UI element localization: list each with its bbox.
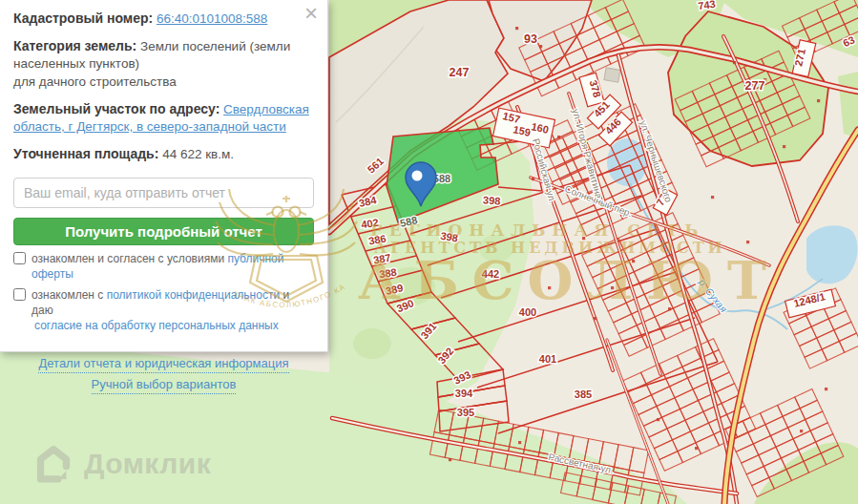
manual-selection-link[interactable]: Ручной выбор вариантов (92, 376, 237, 394)
area-value: 44 622 кв.м. (162, 147, 234, 161)
personal-data-consent-link[interactable]: согласие на обработку персональных данны… (34, 319, 279, 332)
category-extra: для дачного строительства (13, 74, 314, 91)
privacy-policy-link[interactable]: политикой конфиденциальности (107, 288, 280, 302)
parcel-label: 400 (519, 306, 536, 318)
offer-checkbox-row: ознакомлен и согласен с условиями публич… (13, 251, 314, 282)
email-input[interactable] (13, 178, 314, 208)
parcel-label: 247 (450, 66, 470, 79)
address-label: Земельный участок по адресу: (13, 101, 220, 116)
category-row: Категория земель: Земли поселений (земли… (13, 37, 314, 91)
area-row: Уточненная площадь: 44 622 кв.м. (13, 145, 314, 163)
parcel-label: 442 (482, 268, 499, 280)
parcel-label: 402 (361, 217, 380, 230)
parcel-label: 398 (483, 194, 501, 206)
offer-checkbox[interactable] (13, 252, 26, 264)
privacy-checkbox-row: ознакомлен с политикой конфиденциальност… (13, 287, 314, 318)
cadastral-number-row: Кадастровый номер: 66:40:0101008:588 (13, 10, 314, 28)
privacy-checkbox-label: ознакомлен с политикой конфиденциальност… (31, 287, 314, 318)
consent-link-row: согласие на обработку персональных данны… (34, 318, 314, 333)
parcel-label: 385 (575, 388, 592, 400)
area-label: Уточненная площадь: (13, 146, 158, 161)
report-details-link[interactable]: Детали отчета и юридическая информация (38, 355, 288, 373)
parcel-label: 277 (745, 79, 765, 93)
parcel-info-panel: × Кадастровый номер: 66:40:0101008:588 К… (0, 0, 328, 352)
bottom-links: Детали отчета и юридическая информация Р… (13, 352, 314, 393)
parcel-label: 394 (455, 388, 473, 399)
parcel-label: 388 (379, 266, 398, 280)
address-row: Земельный участок по адресу: Свердловска… (13, 100, 314, 136)
cadastral-number-label: Кадастровый номер: (13, 10, 153, 26)
offer-checkbox-label: ознакомлен и согласен с условиями публич… (31, 251, 314, 282)
category-label: Категория земель: (13, 38, 136, 53)
close-icon[interactable]: × (304, 2, 318, 25)
parcel-label: 401 (539, 353, 556, 365)
parcel-label: 93 (524, 32, 537, 46)
cadastral-number-link[interactable]: 66:40:0101008:588 (157, 11, 267, 26)
privacy-checkbox[interactable] (13, 288, 26, 301)
get-report-button[interactable]: Получить подробный отчет (13, 218, 314, 245)
parcel-label: 395 (457, 407, 474, 418)
cadastral-viewer: 9324727737815715916045144656158858839839… (0, 0, 858, 504)
